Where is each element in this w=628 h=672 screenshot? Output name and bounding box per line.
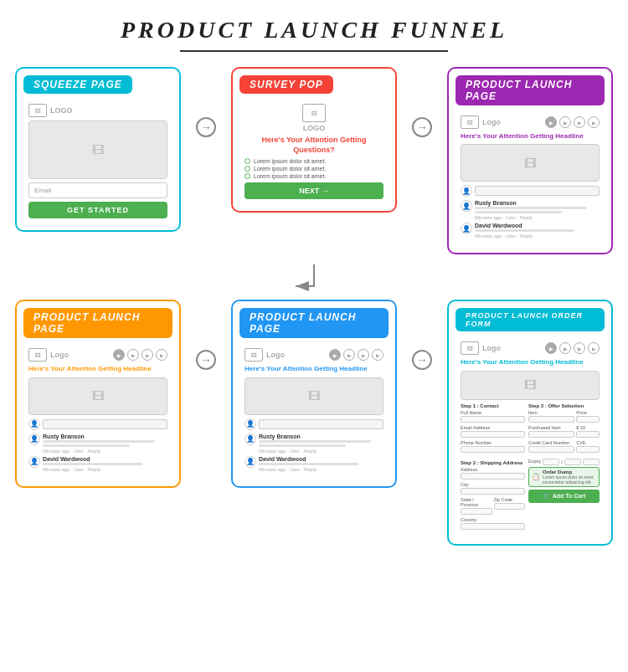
order-dump-content: Order Dump Lorem ipsum dolor sit amet, c… (543, 469, 596, 485)
plp-purple-tag: PRODUCT LAUNCH PAGE (456, 75, 605, 105)
survey-next-button[interactable]: NEXT → (245, 182, 383, 199)
plp-blue-comment-lines-1 (259, 440, 383, 447)
radio-2[interactable] (245, 166, 250, 172)
order-input-amt[interactable] (576, 431, 600, 438)
add-to-cart-button[interactable]: 🛒 Add To Cart (528, 490, 600, 503)
order-field-email: Email Address (461, 425, 525, 438)
survey-options: Lorem ipsum dolor sit amet. Lorem ipsum … (245, 158, 383, 179)
order-label-state: State / Province (461, 497, 492, 507)
arrow-row1-to-row2 (0, 263, 628, 296)
plp-purple-logo-text: Logo (482, 118, 501, 126)
plp-orange-comment-actions-2: Minutes ago · Like · Reply (43, 467, 167, 472)
play-btn-t1[interactable]: ▶ (545, 342, 557, 354)
order-input-purchased[interactable] (528, 431, 574, 438)
plp-blue-avatar-2: 👤 (245, 456, 256, 468)
plp-order-tag: PRODUCT LAUNCH ORDER FORM (456, 308, 605, 331)
order-input-month[interactable] (543, 459, 559, 465)
play-btn-o1[interactable]: ▶ (113, 349, 125, 361)
plp-purple-avatar-1: 👤 (461, 200, 472, 212)
order-input-country[interactable] (461, 523, 525, 530)
order-label-phone: Phone Number (461, 440, 525, 445)
plp-purple-box: PRODUCT LAUNCH PAGE 🖼 Logo ▶ ▶ ▶ ▶ Here'… (447, 67, 613, 254)
plp-purple-comment-content-1: Rusty Branson Minutes ago · Like · Reply (475, 200, 600, 220)
plp-blue-comment-actions-1: Minutes ago · Like · Reply (259, 449, 383, 454)
order-input-cvc[interactable] (583, 459, 600, 465)
plp-orange-film-icon: 🎞 (92, 389, 104, 403)
plp-purple-comment-box[interactable] (475, 186, 600, 196)
plp-blue-comment-content-1: Rusty Branson Minutes ago · Like · Reply (259, 433, 383, 454)
plp-order-logo-row: 🖼 Logo ▶ ▶ ▶ ▶ (461, 341, 600, 355)
play-btn-o3[interactable]: ▶ (142, 349, 153, 361)
order-label-fullname: Full Name (461, 410, 525, 415)
plp-purple-comments: 👤 👤 Rusty Branson Minutes ago · Like · R… (461, 185, 600, 239)
squeeze-email-input[interactable]: Email (28, 182, 167, 198)
order-input-state[interactable] (461, 508, 492, 515)
plp-order-headline: Here's Your Attention Getting Headline (461, 358, 600, 367)
comment-line (475, 211, 562, 213)
plp-orange-logo-icon: 🖼 (28, 348, 47, 362)
title-underline (180, 50, 448, 52)
play-btn-b1[interactable]: ▶ (329, 349, 341, 361)
survey-option-1-text: Lorem ipsum dolor sit amet. (254, 158, 326, 164)
plp-orange-comment-box[interactable] (43, 419, 167, 429)
order-cc-col: Credit Card Number (528, 440, 574, 453)
plp-blue-logo-text: Logo (266, 351, 285, 359)
plp-purple-card: 🖼 Logo ▶ ▶ ▶ ▶ Here's Your Attention Get… (456, 110, 605, 246)
order-input-fullname[interactable] (461, 416, 525, 423)
play-btn-b2[interactable]: ▶ (343, 349, 355, 361)
add-to-cart-label: Add To Cart (553, 493, 586, 499)
survey-logo-icon: 🖼 (302, 104, 326, 122)
play-btn-1[interactable]: ▶ (545, 116, 557, 128)
play-btn-t3[interactable]: ▶ (574, 342, 585, 354)
plp-blue-box: PRODUCT LAUNCH PAGE 🖼 Logo ▶ ▶ ▶ ▶ Here'… (231, 300, 397, 487)
play-btn-t4[interactable]: ▶ (588, 342, 600, 354)
survey-option-3-text: Lorem ipsum dolor sit amet. (254, 173, 326, 179)
plp-blue-logo-icon: 🖼 (245, 348, 263, 362)
order-field-row-cc: Credit Card Number CVE (528, 440, 600, 453)
order-input-year[interactable] (564, 459, 581, 465)
order-field-city: City (461, 482, 525, 495)
order-input-phone[interactable] (461, 446, 525, 453)
play-btn-4[interactable]: ▶ (588, 116, 600, 128)
order-step1-title: Step 1 : Contact (461, 403, 525, 408)
order-input-item[interactable] (528, 416, 574, 423)
order-price-col: Price (576, 410, 600, 423)
play-btn-o4[interactable]: ▶ (156, 349, 167, 361)
play-btn-o2[interactable]: ▶ (127, 349, 139, 361)
survey-logo-text: LOGO (303, 124, 326, 132)
order-field-phone: Phone Number (461, 440, 525, 453)
plp-purple-commenter-2-name: David Wardwood (475, 223, 600, 228)
play-btn-b4[interactable]: ▶ (372, 349, 383, 361)
order-input-address[interactable] (461, 473, 525, 480)
play-btn-2[interactable]: ▶ (559, 116, 571, 128)
plp-blue-comment-1: 👤 Rusty Branson Minutes ago · Like · Rep… (245, 433, 383, 454)
order-input-email[interactable] (461, 431, 525, 438)
plp-purple-comment-content-2: David Wardwood Minutes ago · Like · Repl… (475, 223, 600, 239)
order-input-city[interactable] (461, 488, 525, 495)
order-input-cve[interactable] (576, 446, 600, 453)
radio-1[interactable] (245, 158, 250, 164)
play-btn-b3[interactable]: ▶ (358, 349, 369, 361)
plp-purple-logo-row: 🖼 Logo ▶ ▶ ▶ ▶ (461, 115, 600, 129)
order-field-address: Address (461, 467, 525, 480)
plp-order-card: 🖼 Logo ▶ ▶ ▶ ▶ Here's Your Attention Get… (456, 336, 605, 536)
play-btn-t2[interactable]: ▶ (559, 342, 571, 354)
plp-orange-comment-1: 👤 Rusty Branson Minutes ago · Like · Rep… (28, 433, 167, 454)
squeeze-cta-button[interactable]: GET STARTED (28, 202, 167, 218)
radio-3[interactable] (245, 173, 250, 179)
order-label-cc: Credit Card Number (528, 440, 574, 445)
plp-blue-comment-input-row: 👤 (245, 418, 383, 430)
order-input-price[interactable] (576, 416, 600, 423)
plp-purple-comment-2: 👤 David Wardwood Minutes ago · Like · Re… (461, 223, 600, 239)
squeeze-card: 🖼 LOGO 🎞 Email GET STARTED (23, 99, 172, 223)
plp-orange-comments: 👤 👤 Rusty Branson Minutes ago · Like · R… (28, 418, 167, 472)
order-input-cc[interactable] (528, 446, 574, 453)
plp-orange-comment-2: 👤 David Wardwood Minutes ago · Like · Re… (28, 456, 167, 472)
order-step3-title: Step 3 : Offer Selection (528, 403, 600, 408)
order-label-expiry: Expiry (528, 459, 541, 464)
play-btn-3[interactable]: ▶ (574, 116, 585, 128)
plp-blue-comment-box[interactable] (259, 419, 383, 429)
order-field-row-purchased: Purchased Item $ 10 (528, 425, 600, 438)
order-input-zip[interactable] (494, 503, 526, 510)
survey-headline: Here's Your Attention Getting Questions? (245, 136, 383, 155)
